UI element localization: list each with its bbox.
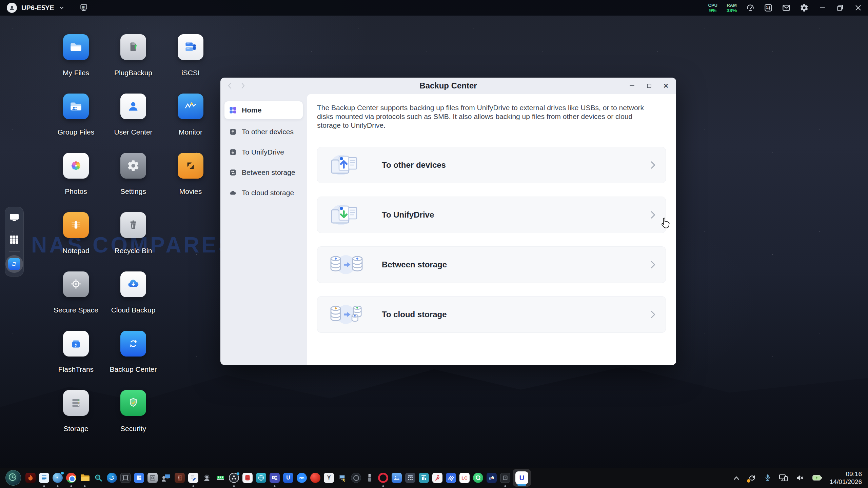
dock-app-grid-button[interactable]: [9, 235, 19, 244]
desktop-icon-flashtrans[interactable]: FlashTrans: [63, 331, 89, 357]
flashtrans-icon: [63, 331, 89, 357]
taskbar-app-swirl-browser[interactable]: [105, 468, 119, 488]
taskbar-app-database-red[interactable]: [241, 468, 254, 488]
taskbar-app-safe-vault[interactable]: [146, 468, 159, 488]
desktop-icon-cloud-backup[interactable]: Cloud Backup: [120, 271, 146, 297]
desktop-icon-movies[interactable]: Movies: [178, 153, 203, 179]
tray-sync-icon[interactable]: [748, 473, 756, 482]
window-maximize-button[interactable]: [646, 82, 652, 89]
desktop-icon-notepad[interactable]: Notepad: [63, 212, 89, 238]
mail-icon[interactable]: [782, 3, 791, 12]
taskbar-app-photo-viewer[interactable]: [390, 468, 403, 488]
taskbar-app-teams[interactable]: [268, 468, 281, 488]
user-avatar[interactable]: [7, 3, 17, 13]
taskbar-app-gli[interactable]: gli: [485, 468, 498, 488]
backup-center-icon: [120, 331, 146, 357]
card-to-cloud-storage[interactable]: To cloud storage: [317, 296, 666, 333]
desktop-icon-settings[interactable]: Settings: [120, 153, 146, 179]
sidebar-item-to-cloud-storage[interactable]: To cloud storage: [224, 185, 303, 200]
taskbar-app-dark-frame[interactable]: [498, 468, 512, 488]
network-traffic-icon[interactable]: 1: [764, 3, 773, 12]
taskbar-app-support-agent[interactable]: [200, 468, 214, 488]
card-to-unifydrive[interactable]: To UnifyDrive: [317, 197, 666, 233]
forward-button[interactable]: [240, 82, 246, 89]
taskbar-app-ram-monitor[interactable]: [214, 468, 227, 488]
group-files-icon: [63, 94, 89, 119]
chevron-right-icon: [651, 211, 655, 219]
back-button[interactable]: [226, 82, 233, 89]
taskbar-app-remote-desktop[interactable]: [336, 468, 349, 488]
taskbar-app-lc-suite[interactable]: LC: [458, 468, 471, 488]
traffic-badge: 1: [766, 5, 768, 9]
desktop-icon-my-files[interactable]: My Files: [63, 34, 89, 60]
desktop-icon-plugbackup[interactable]: PlugBackup: [120, 34, 146, 60]
sidebar-item-between-storage[interactable]: Between storage: [224, 165, 303, 180]
secure-space-icon: [63, 271, 89, 297]
taskbar-app-y-tool[interactable]: Y: [322, 468, 336, 488]
settings-gear-icon[interactable]: [800, 3, 809, 12]
dock-backup-center-app[interactable]: [5, 255, 23, 273]
card-between-storage[interactable]: Between storage: [317, 246, 666, 283]
tray-volume-muted-icon[interactable]: [796, 474, 805, 482]
taskbar-app-vm-console[interactable]: [119, 468, 132, 488]
taskbar-start-button[interactable]: [3, 468, 24, 488]
window-title: Backup Center: [220, 81, 676, 90]
desktop-icon-storage[interactable]: Storage: [63, 390, 89, 416]
taskbar-app-window-tiles[interactable]: [132, 468, 146, 488]
desktop-icon-user-center[interactable]: User Center: [120, 94, 146, 119]
tray-microphone-icon[interactable]: [764, 473, 771, 482]
card-to-other-devices[interactable]: To other devices: [317, 147, 666, 183]
desktop-icon-backup-center[interactable]: Backup Center: [120, 331, 146, 357]
device-name[interactable]: UP6-E5YE: [21, 4, 54, 12]
taskbar-app-disc-tool[interactable]: [349, 468, 363, 488]
chevron-down-icon[interactable]: [59, 5, 65, 11]
close-screen-button[interactable]: [854, 3, 863, 12]
dock-desktop-button[interactable]: [9, 212, 20, 223]
tray-expand-icon[interactable]: [733, 475, 740, 481]
taskbar-clock[interactable]: 09:16 14/01/2026: [830, 470, 862, 486]
taskbar-app-globe-network[interactable]: [254, 468, 268, 488]
desktop-icon-monitor[interactable]: Monitor: [178, 94, 203, 119]
tray-display-cast-icon[interactable]: [779, 473, 788, 482]
taskbar-app-remote-assist[interactable]: [159, 468, 173, 488]
tray-battery-icon[interactable]: [812, 474, 822, 482]
taskbar-app-u-drive[interactable]: U: [281, 468, 295, 488]
desktop-icon-group-files[interactable]: Group Files: [63, 94, 89, 119]
between-storage-illustration: [328, 251, 367, 278]
taskbar-app-file-explorer[interactable]: [78, 468, 92, 488]
taskbar-app-notes[interactable]: [37, 468, 51, 488]
taskbar-app-stripes-blue[interactable]: [444, 468, 458, 488]
taskbar-app-doc-editor[interactable]: [186, 468, 200, 488]
taskbar-app-calculator[interactable]: [403, 468, 417, 488]
restore-screen-button[interactable]: [836, 3, 845, 12]
taskbar-app-media-clip[interactable]: [173, 468, 186, 488]
taskbar-app-usb-drive[interactable]: [363, 468, 376, 488]
desktop-icon-secure-space[interactable]: Secure Space: [63, 271, 89, 297]
window-close-button[interactable]: ✕: [663, 82, 669, 89]
taskbar-app-chrome[interactable]: [64, 468, 78, 488]
sidebar-item-to-other-devices[interactable]: To other devices: [224, 124, 303, 139]
window-minimize-button[interactable]: [629, 82, 635, 89]
taskbar-app-green-q[interactable]: [471, 468, 485, 488]
sidebar-item-to-unifydrive[interactable]: To UnifyDrive: [224, 145, 303, 160]
taskbar-app-record-red[interactable]: [309, 468, 322, 488]
taskbar-app-analytics-bars[interactable]: [417, 468, 431, 488]
sidebar-item-label: To other devices: [242, 128, 294, 136]
sidebar-item-home[interactable]: Home: [224, 101, 303, 119]
desktop-icon-photos[interactable]: Photos: [63, 153, 89, 179]
taskbar-app-search-magnifier[interactable]: [92, 468, 105, 488]
desktop-icon-recycle-bin[interactable]: Recycle Bin: [120, 212, 146, 238]
taskbar-app-fitness-red[interactable]: [431, 468, 444, 488]
desktop-icon-security[interactable]: Security: [120, 390, 146, 416]
performance-gauge-icon[interactable]: [746, 3, 755, 12]
taskbar-app-security-flame[interactable]: [24, 468, 37, 488]
desktop-icon-iscsi[interactable]: iSCSI: [178, 34, 203, 60]
window-titlebar[interactable]: Backup Center ✕: [220, 78, 676, 94]
taskbar-unifydrive-app-active[interactable]: U: [512, 468, 532, 488]
taskbar-app-zoom[interactable]: zm: [295, 468, 309, 488]
network-ip-icon[interactable]: IP: [79, 3, 88, 12]
taskbar-app-messenger-sphere[interactable]: [51, 468, 64, 488]
taskbar-app-obs-studio[interactable]: [227, 468, 241, 488]
taskbar-app-opera[interactable]: [376, 468, 390, 488]
minimize-screen-button[interactable]: [818, 3, 827, 12]
